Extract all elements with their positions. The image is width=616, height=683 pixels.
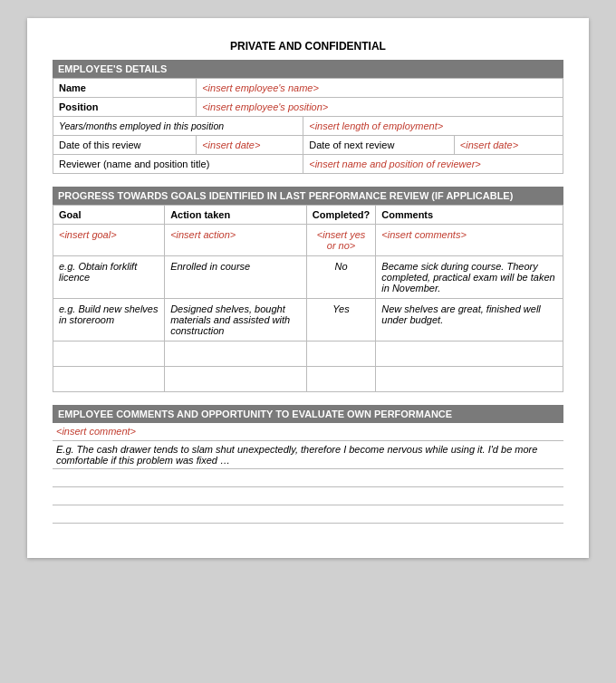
position-row: Position <insert employee's position> (53, 98, 563, 117)
position-value: <insert employee's position> (197, 98, 563, 117)
comments-section: <insert comment> E.g. The cash drawer te… (53, 423, 563, 524)
comments-placeholder: <insert comment> (53, 423, 563, 441)
table-row (53, 367, 563, 392)
document-page: PRIVATE AND CONFIDENTIAL EMPLOYEE'S DETA… (27, 18, 589, 558)
action-cell-4 (165, 342, 307, 367)
date-review-value: <insert date> (197, 136, 303, 155)
goals-header-row: Goal Action taken Completed? Comments (53, 206, 563, 225)
reviewer-value: <insert name and position of reviewer> (303, 155, 563, 174)
col-comments-header: Comments (376, 206, 563, 225)
col-goal-header: Goal (53, 206, 165, 225)
completed-cell-2: No (306, 256, 376, 299)
action-cell-1: <insert action> (165, 225, 307, 256)
table-row: e.g. Obtain forklift licence Enrolled in… (53, 256, 563, 299)
date-row: Date of this review <insert date> Date o… (53, 136, 563, 155)
col-completed-header: Completed? (306, 206, 376, 225)
completed-cell-5 (306, 367, 376, 392)
goals-header: PROGRESS TOWARDS GOALS IDENTIFIED IN LAS… (53, 187, 563, 205)
table-row: <insert goal> <insert action> <insert ye… (53, 225, 563, 256)
goal-cell-5 (53, 367, 165, 392)
name-label: Name (53, 79, 197, 98)
name-value: <insert employee's name> (197, 79, 563, 98)
years-value: <insert length of employment> (303, 117, 563, 136)
action-cell-2: Enrolled in course (165, 256, 307, 299)
date-review-label: Date of this review (53, 136, 197, 155)
goal-cell-4 (53, 342, 165, 367)
goal-cell-1: <insert goal> (53, 225, 165, 256)
comments-empty-line-1 (53, 469, 563, 487)
comments-cell-4 (376, 342, 563, 367)
goal-cell-2: e.g. Obtain forklift licence (53, 256, 165, 299)
comments-empty-line-2 (53, 487, 563, 505)
completed-cell-3: Yes (306, 299, 376, 342)
comments-example: E.g. The cash drawer tends to slam shut … (53, 441, 563, 469)
comments-cell-5 (376, 367, 563, 392)
employee-details-header: EMPLOYEE'S DETAILS (53, 60, 563, 78)
years-row: Years/months employed in this position <… (53, 117, 563, 136)
comments-empty-line-3 (53, 505, 563, 524)
completed-cell-1: <insert yesor no> (306, 225, 376, 256)
action-cell-5 (165, 367, 307, 392)
reviewer-label: Reviewer (name and position title) (53, 155, 303, 174)
completed-cell-4 (306, 342, 376, 367)
document-title: PRIVATE AND CONFIDENTIAL (53, 40, 563, 53)
comments-cell-2: Became sick during course. Theory comple… (376, 256, 563, 299)
goal-cell-3: e.g. Build new shelves in storeroom (53, 299, 165, 342)
position-label: Position (53, 98, 197, 117)
table-row: e.g. Build new shelves in storeroom Desi… (53, 299, 563, 342)
col-action-header: Action taken (165, 206, 307, 225)
years-label: Years/months employed in this position (53, 117, 303, 136)
goals-table: Goal Action taken Completed? Comments <i… (53, 205, 563, 392)
comments-cell-3: New shelves are great, finished well und… (376, 299, 563, 342)
date-next-label: Date of next review (303, 136, 455, 155)
comments-cell-1: <insert comments> (376, 225, 563, 256)
table-row (53, 342, 563, 367)
action-cell-3: Designed shelves, bought materials and a… (165, 299, 307, 342)
name-row: Name <insert employee's name> (53, 79, 563, 98)
reviewer-row: Reviewer (name and position title) <inse… (53, 155, 563, 174)
employee-details-table: Name <insert employee's name> Position <… (53, 78, 563, 174)
date-next-value: <insert date> (454, 136, 563, 155)
comments-header: EMPLOYEE COMMENTS AND OPPORTUNITY TO EVA… (53, 405, 563, 423)
